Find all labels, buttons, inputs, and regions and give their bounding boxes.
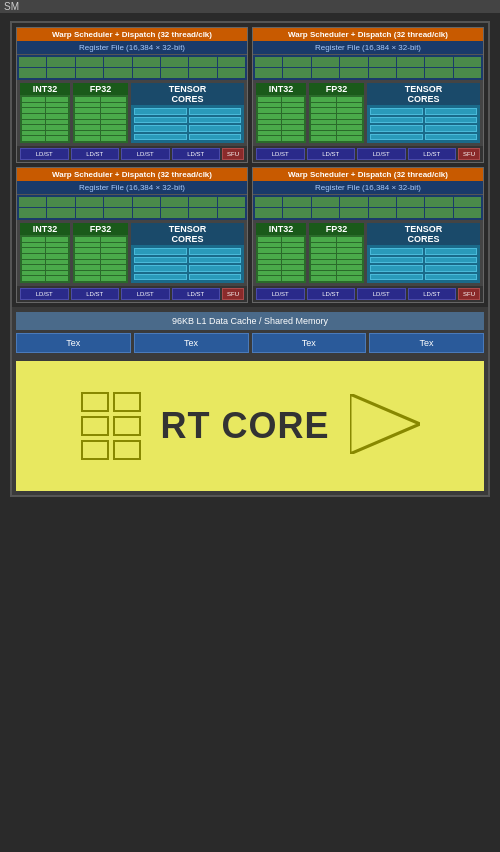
reg-cell	[218, 208, 245, 218]
reg-cell	[454, 197, 481, 207]
reg-cell	[189, 208, 216, 218]
reg-cell	[369, 208, 396, 218]
fp32-cell	[337, 120, 362, 125]
tensor-cell	[134, 108, 187, 115]
reg-cell	[312, 208, 339, 218]
tensor-cell	[370, 134, 423, 141]
reg-cell	[161, 197, 188, 207]
ldst-btn-16: LD/ST	[408, 288, 457, 300]
quadrant-3: Warp Scheduler + Dispatch (32 thread/clk…	[16, 167, 248, 303]
fp32-cell	[311, 248, 336, 253]
fp32-cell	[337, 114, 362, 119]
rt-box-5	[81, 440, 109, 460]
int32-cell	[258, 271, 281, 276]
fp32-cell	[75, 276, 100, 281]
svg-marker-0	[350, 394, 420, 454]
int32-cell	[22, 136, 45, 141]
int32-cell	[282, 97, 305, 102]
tensor-cell	[370, 257, 423, 264]
ldst-btn-8: LD/ST	[408, 148, 457, 160]
tex-btn-2: Tex	[134, 333, 249, 353]
reg-grid-3	[17, 195, 247, 220]
int32-cell	[258, 276, 281, 281]
reg-grid-1	[17, 55, 247, 80]
tensor-cell	[134, 134, 187, 141]
fp32-block-2	[309, 95, 364, 143]
int32-cell	[258, 125, 281, 130]
quadrants-grid: Warp Scheduler + Dispatch (32 thread/clk…	[12, 23, 488, 307]
fp32-cell	[75, 260, 100, 265]
fp32-wrapper-2: FP32	[309, 83, 364, 143]
int32-cell	[22, 103, 45, 108]
sm-container: Warp Scheduler + Dispatch (32 thread/clk…	[10, 21, 490, 497]
int32-cell	[282, 103, 305, 108]
int32-cell	[22, 248, 45, 253]
int32-cell	[46, 131, 69, 136]
fp32-cell	[337, 260, 362, 265]
sfu-btn-2: SFU	[458, 148, 480, 160]
fp32-cell	[337, 276, 362, 281]
tensor-wrapper-1: TENSORCORES	[131, 83, 244, 143]
sfu-btn-3: SFU	[222, 288, 244, 300]
fp32-cell	[101, 276, 126, 281]
int32-cell	[22, 271, 45, 276]
reg-cell	[369, 197, 396, 207]
int32-cell	[46, 265, 69, 270]
ldst-row-2: LD/ST LD/ST LD/ST LD/ST SFU	[253, 146, 483, 162]
int32-block-2	[256, 95, 306, 143]
warp-scheduler-3: Warp Scheduler + Dispatch (32 thread/clk…	[17, 168, 247, 181]
tensor-label-1: TENSORCORES	[131, 83, 244, 105]
tensor-cell	[134, 248, 187, 255]
warp-scheduler-2: Warp Scheduler + Dispatch (32 thread/clk…	[253, 28, 483, 41]
fp32-cell	[311, 276, 336, 281]
fp32-cell	[75, 108, 100, 113]
int32-block-1	[20, 95, 70, 143]
int32-cell	[22, 125, 45, 130]
tensor-cell	[134, 117, 187, 124]
l1-cache: 96KB L1 Data Cache / Shared Memory	[16, 312, 484, 330]
int32-cell	[282, 125, 305, 130]
fp32-cell	[337, 243, 362, 248]
register-file-4: Register File (16,384 × 32-bit)	[253, 181, 483, 195]
int32-cell	[46, 114, 69, 119]
cores-row-1: INT32	[17, 80, 247, 146]
reg-cell	[47, 57, 74, 67]
reg-cell	[312, 57, 339, 67]
sfu-btn-1: SFU	[222, 148, 244, 160]
tensor-cell	[370, 274, 423, 281]
int32-cell	[22, 237, 45, 242]
fp32-cell	[311, 237, 336, 242]
tensor-cell	[370, 265, 423, 272]
tensor-cell	[189, 125, 242, 132]
reg-cell	[104, 197, 131, 207]
fp32-cell	[311, 271, 336, 276]
reg-cell	[397, 208, 424, 218]
fp32-cell	[337, 271, 362, 276]
reg-cell	[104, 208, 131, 218]
fp32-label-2: FP32	[309, 83, 364, 95]
fp32-cell	[75, 248, 100, 253]
fp32-cell	[101, 254, 126, 259]
int32-cell	[258, 114, 281, 119]
int32-cell	[46, 243, 69, 248]
fp32-cell	[311, 114, 336, 119]
tensor-cell	[189, 248, 242, 255]
reg-cell	[255, 57, 282, 67]
fp32-cell	[311, 265, 336, 270]
int32-cell	[258, 237, 281, 242]
fp32-cell	[101, 97, 126, 102]
reg-cell	[76, 208, 103, 218]
tensor-cell	[425, 125, 478, 132]
tensor-cell	[425, 265, 478, 272]
int32-cell	[282, 243, 305, 248]
ldst-btn-15: LD/ST	[357, 288, 406, 300]
tensor-cell	[425, 134, 478, 141]
int32-wrapper-2: INT32	[256, 83, 306, 143]
ldst-btn-2: LD/ST	[71, 148, 120, 160]
tensor-block-3	[131, 245, 244, 283]
tensor-cell	[134, 274, 187, 281]
tex-btn-3: Tex	[252, 333, 367, 353]
fp32-cell	[311, 260, 336, 265]
fp32-wrapper-1: FP32	[73, 83, 128, 143]
int32-cell	[282, 276, 305, 281]
